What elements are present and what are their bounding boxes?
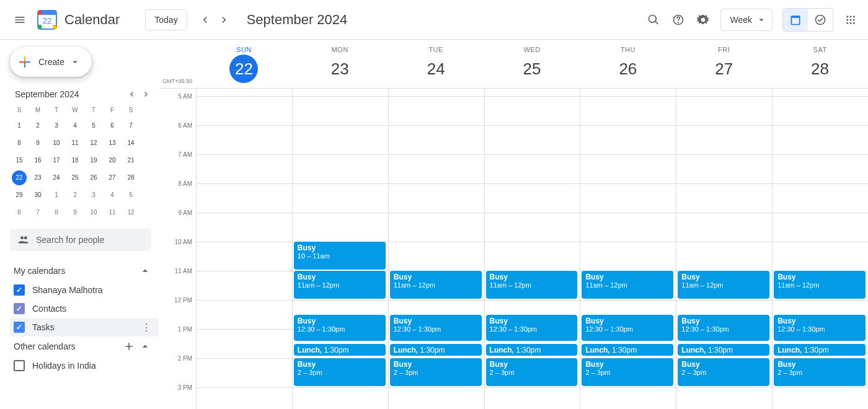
mini-day[interactable]: 28 — [123, 170, 138, 185]
more-options-icon[interactable]: ⋮ — [139, 322, 154, 333]
calendar-event[interactable]: Busy12:30 – 1:30pm — [678, 315, 769, 341]
mini-day[interactable]: 12 — [86, 136, 101, 151]
mini-day[interactable]: 23 — [30, 170, 45, 185]
create-button[interactable]: Create — [10, 47, 92, 77]
mini-day[interactable]: 13 — [105, 136, 120, 151]
mini-day[interactable]: 11 — [68, 136, 82, 151]
calendar-event[interactable]: Busy12:30 – 1:30pm — [390, 315, 482, 341]
search-button[interactable] — [641, 7, 666, 32]
calendar-event[interactable]: Busy2 – 3pm — [486, 358, 578, 386]
calendar-event[interactable]: Busy2 – 3pm — [774, 358, 866, 386]
calendar-event[interactable]: Busy12:30 – 1:30pm — [486, 315, 578, 341]
main-menu-button[interactable] — [5, 5, 35, 35]
my-calendars-header[interactable]: My calendars — [10, 261, 159, 281]
day-header[interactable]: SUN22 — [196, 40, 292, 88]
day-column[interactable]: Busy10 – 11amBusy11am – 12pmBusy12:30 – … — [292, 89, 388, 409]
mini-day[interactable]: 8 — [12, 136, 27, 151]
mini-day[interactable]: 7 — [30, 205, 45, 220]
next-week-button[interactable] — [215, 10, 234, 30]
logo[interactable]: 22 Calendar — [35, 7, 135, 32]
day-column[interactable] — [196, 89, 292, 409]
day-column[interactable]: Busy11am – 12pmBusy12:30 – 1:30pmLunch, … — [676, 89, 772, 409]
calendar-event[interactable]: Busy11am – 12pm — [774, 271, 866, 299]
plus-icon[interactable] — [123, 340, 135, 353]
mini-day[interactable]: 29 — [12, 188, 27, 203]
mini-day[interactable]: 7 — [123, 118, 138, 133]
settings-button[interactable] — [691, 7, 715, 32]
calendar-list-item[interactable]: Shanaya Malhotra — [10, 281, 159, 299]
support-button[interactable] — [666, 7, 691, 32]
mini-day[interactable]: 12 — [123, 205, 138, 220]
mini-day[interactable]: 10 — [86, 205, 101, 220]
mini-day[interactable]: 26 — [86, 170, 101, 185]
mini-next-month[interactable] — [139, 87, 154, 102]
mini-day[interactable]: 16 — [30, 153, 45, 168]
calendar-event[interactable]: Busy2 – 3pm — [582, 358, 673, 386]
calendar-list-item[interactable]: Contacts — [10, 299, 159, 318]
search-people-input[interactable]: Search for people — [10, 229, 151, 251]
checkbox[interactable] — [14, 284, 25, 296]
mini-day[interactable]: 8 — [49, 205, 64, 220]
calendar-event[interactable]: Busy2 – 3pm — [390, 358, 482, 386]
calendar-event[interactable]: Busy10 – 11am — [294, 242, 386, 270]
today-button[interactable]: Today — [145, 9, 187, 30]
mini-day[interactable]: 4 — [105, 188, 120, 203]
day-header[interactable]: TUE24 — [388, 40, 484, 88]
checkbox[interactable] — [14, 322, 25, 333]
day-header[interactable]: MON23 — [292, 40, 388, 88]
mini-prev-month[interactable] — [124, 87, 139, 102]
mini-day[interactable]: 6 — [12, 205, 27, 220]
calendar-event[interactable]: Lunch, 1:30pm — [774, 344, 866, 356]
calendar-view-toggle[interactable] — [783, 9, 808, 31]
mini-day[interactable]: 2 — [68, 188, 82, 203]
calendar-event[interactable]: Busy12:30 – 1:30pm — [582, 315, 673, 341]
mini-day[interactable]: 24 — [49, 170, 64, 185]
mini-day[interactable]: 10 — [49, 136, 64, 151]
calendar-event[interactable]: Lunch, 1:30pm — [294, 344, 386, 356]
apps-button[interactable] — [838, 7, 863, 32]
mini-day[interactable]: 9 — [68, 205, 82, 220]
calendar-event[interactable]: Busy2 – 3pm — [294, 358, 386, 386]
calendar-event[interactable]: Lunch, 1:30pm — [678, 344, 769, 356]
calendar-list-item[interactable]: Holidays in India — [10, 356, 159, 375]
mini-day[interactable]: 19 — [86, 153, 101, 168]
mini-day[interactable]: 3 — [49, 118, 64, 133]
mini-day[interactable]: 25 — [68, 170, 82, 185]
view-select[interactable]: Week — [720, 9, 773, 31]
mini-day[interactable]: 3 — [86, 188, 101, 203]
mini-day[interactable]: 1 — [12, 118, 27, 133]
day-column[interactable]: Busy11am – 12pmBusy12:30 – 1:30pmLunch, … — [388, 89, 484, 409]
mini-day[interactable]: 15 — [12, 153, 27, 168]
calendar-event[interactable]: Busy12:30 – 1:30pm — [774, 315, 866, 341]
mini-day[interactable]: 9 — [30, 136, 45, 151]
mini-day[interactable]: 2 — [30, 118, 45, 133]
prev-week-button[interactable] — [195, 10, 215, 30]
calendar-event[interactable]: Busy11am – 12pm — [294, 271, 386, 299]
mini-day[interactable]: 14 — [123, 136, 138, 151]
calendar-event[interactable]: Busy2 – 3pm — [678, 358, 769, 386]
mini-day[interactable]: 18 — [68, 153, 82, 168]
calendar-event[interactable]: Busy11am – 12pm — [678, 271, 769, 299]
day-header[interactable]: SAT28 — [772, 40, 868, 88]
calendar-event[interactable]: Busy11am – 12pm — [390, 271, 482, 299]
calendar-event[interactable]: Busy11am – 12pm — [486, 271, 578, 299]
mini-day[interactable]: 11 — [105, 205, 120, 220]
mini-day[interactable]: 17 — [49, 153, 64, 168]
day-header[interactable]: THU26 — [580, 40, 676, 88]
calendar-event[interactable]: Busy11am – 12pm — [582, 271, 673, 299]
mini-day[interactable]: 20 — [105, 153, 120, 168]
calendar-event[interactable]: Lunch, 1:30pm — [486, 344, 578, 356]
day-column[interactable]: Busy11am – 12pmBusy12:30 – 1:30pmLunch, … — [772, 89, 868, 409]
other-calendars-header[interactable]: Other calendars — [10, 336, 159, 356]
calendar-list-item[interactable]: Tasks⋮ — [10, 318, 159, 336]
day-header[interactable]: FRI27 — [676, 40, 772, 88]
mini-day[interactable]: 21 — [123, 153, 138, 168]
mini-day[interactable]: 4 — [68, 118, 82, 133]
calendar-event[interactable]: Lunch, 1:30pm — [582, 344, 673, 356]
mini-day[interactable]: 6 — [105, 118, 120, 133]
mini-day[interactable]: 27 — [105, 170, 120, 185]
day-header[interactable]: WED25 — [484, 40, 580, 88]
tasks-view-toggle[interactable] — [808, 9, 833, 31]
mini-day[interactable]: 1 — [49, 188, 64, 203]
calendar-event[interactable]: Lunch, 1:30pm — [390, 344, 482, 356]
